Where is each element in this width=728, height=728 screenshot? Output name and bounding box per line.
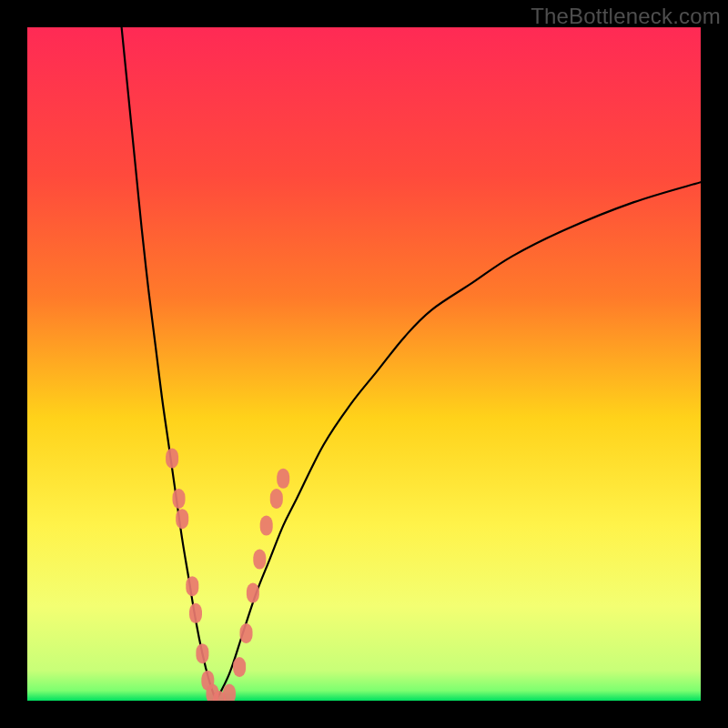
svg-rect-4 — [186, 576, 198, 596]
svg-rect-6 — [196, 643, 208, 663]
chart-svg — [27, 27, 701, 701]
svg-rect-15 — [260, 516, 273, 536]
svg-rect-16 — [270, 489, 283, 509]
svg-rect-12 — [240, 623, 253, 643]
svg-rect-11 — [233, 657, 246, 677]
svg-rect-2 — [173, 489, 186, 509]
plot-area — [27, 27, 701, 701]
svg-rect-17 — [277, 469, 289, 489]
svg-rect-10 — [223, 684, 236, 701]
svg-rect-14 — [253, 550, 266, 570]
watermark-text: TheBottleneck.com — [531, 4, 721, 29]
chart-frame: TheBottleneck.com — [0, 0, 728, 728]
svg-rect-1 — [166, 449, 178, 469]
svg-rect-0 — [27, 27, 701, 701]
svg-rect-3 — [176, 509, 188, 529]
svg-rect-5 — [189, 603, 202, 623]
svg-rect-13 — [247, 583, 259, 603]
